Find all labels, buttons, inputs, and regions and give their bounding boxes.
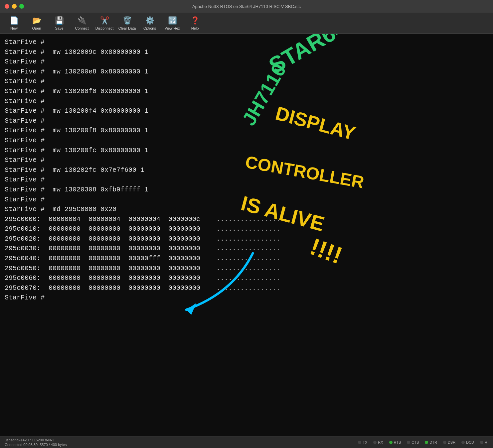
disconnect-button[interactable]: ✂️ Disconnect <box>94 14 115 32</box>
rts-led <box>389 441 393 444</box>
rx-indicator: RX <box>373 440 383 444</box>
save-icon: 💾 <box>55 16 64 25</box>
rx-label: RX <box>378 440 383 444</box>
help-label: Help <box>191 26 199 30</box>
help-icon: ❓ <box>190 16 200 25</box>
options-button[interactable]: ⚙️ Options <box>139 14 160 32</box>
dcd-indicator: DCD <box>461 440 474 444</box>
connection-time: Connected 00:03:39, 5570 / 400 bytes <box>5 443 67 447</box>
toolbar: 📄 New 📂 Open 💾 Save 🔌 Connect ✂️ Disconn… <box>0 13 493 34</box>
titlebar: Apache NuttX RTOS on Star64 JH7110 RISC-… <box>0 0 493 13</box>
dsr-led <box>443 441 446 444</box>
dtr-indicator: DTR <box>425 440 437 444</box>
new-label: New <box>10 26 18 30</box>
open-button[interactable]: 📂 Open <box>26 14 47 32</box>
rts-indicator: RTS <box>389 440 401 444</box>
new-button[interactable]: 📄 New <box>3 14 25 32</box>
rx-led <box>373 441 377 444</box>
new-icon: 📄 <box>9 16 19 25</box>
cts-label: CTS <box>411 440 419 444</box>
dsr-label: DSR <box>448 440 455 444</box>
ri-led <box>480 441 483 444</box>
disconnect-icon: ✂️ <box>100 16 109 25</box>
clear-data-label: Clear Data <box>118 26 136 30</box>
save-button[interactable]: 💾 Save <box>49 14 70 32</box>
dsr-indicator: DSR <box>443 440 455 444</box>
window-title: Apache NuttX RTOS on Star64 JH7110 RISC-… <box>192 4 301 9</box>
dtr-label: DTR <box>429 440 437 444</box>
connect-button[interactable]: 🔌 Connect <box>71 14 92 32</box>
help-button[interactable]: ❓ Help <box>184 14 206 32</box>
ri-indicator: RI <box>480 440 488 444</box>
rts-label: RTS <box>394 440 401 444</box>
connect-label: Connect <box>75 26 89 30</box>
terminal-container[interactable]: StarFive # StarFive # mw 1302009c 0x8000… <box>0 34 493 436</box>
exclaim-annotation: !!!! <box>307 233 346 269</box>
open-icon: 📂 <box>32 16 41 25</box>
options-icon: ⚙️ <box>145 16 154 25</box>
save-label: Save <box>55 26 63 30</box>
display-annotation: DISPLAY <box>273 102 358 144</box>
tx-label: TX <box>363 440 367 444</box>
close-button[interactable] <box>5 4 9 9</box>
options-label: Options <box>143 26 156 30</box>
status-left: usbserial-1420 / 115200 8-N-1 Connected … <box>5 438 67 447</box>
view-hex-label: View Hex <box>165 26 180 30</box>
tx-led <box>358 441 361 444</box>
open-label: Open <box>32 26 41 30</box>
dcd-led <box>461 441 465 444</box>
connect-icon: 🔌 <box>77 16 86 25</box>
minimize-button[interactable] <box>12 4 17 9</box>
dtr-led <box>425 441 428 444</box>
cts-led <box>407 441 410 444</box>
view-hex-button[interactable]: 🔢 View Hex <box>162 14 183 32</box>
clear-data-button[interactable]: 🗑️ Clear Data <box>116 14 138 32</box>
status-right: TX RX RTS CTS DTR DSR DCD <box>358 440 488 444</box>
maximize-button[interactable] <box>19 4 24 9</box>
disconnect-label: Disconnect <box>95 26 113 30</box>
view-hex-icon: 🔢 <box>168 16 177 25</box>
window-controls <box>5 4 24 9</box>
cts-indicator: CTS <box>407 440 419 444</box>
tx-indicator: TX <box>358 440 367 444</box>
clear-data-icon: 🗑️ <box>122 16 132 25</box>
terminal-output: StarFive # StarFive # mw 1302009c 0x8000… <box>0 34 285 306</box>
ri-label: RI <box>485 440 488 444</box>
dcd-label: DCD <box>466 440 474 444</box>
connection-info: usbserial-1420 / 115200 8-N-1 <box>5 438 67 442</box>
statusbar: usbserial-1420 / 115200 8-N-1 Connected … <box>0 436 493 448</box>
